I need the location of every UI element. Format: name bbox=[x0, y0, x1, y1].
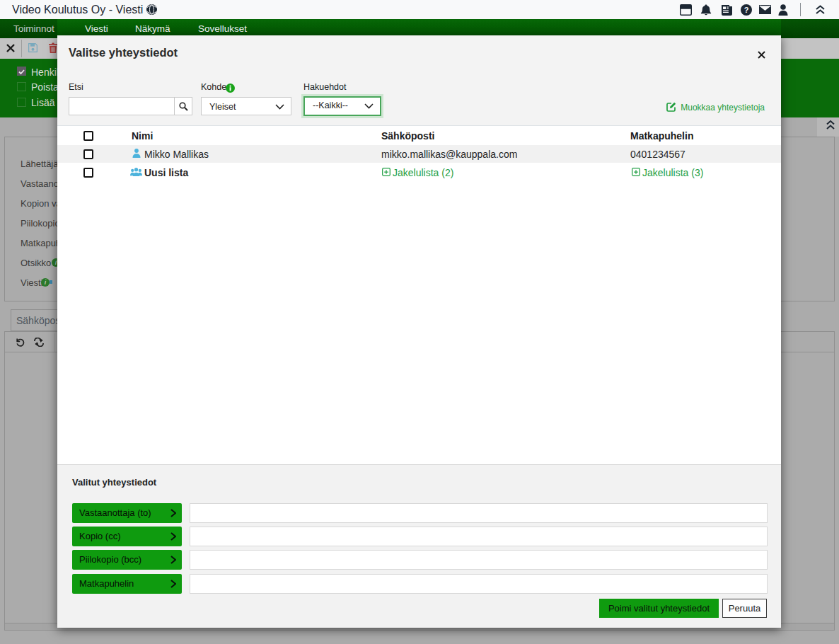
svg-text:?: ? bbox=[744, 6, 749, 14]
